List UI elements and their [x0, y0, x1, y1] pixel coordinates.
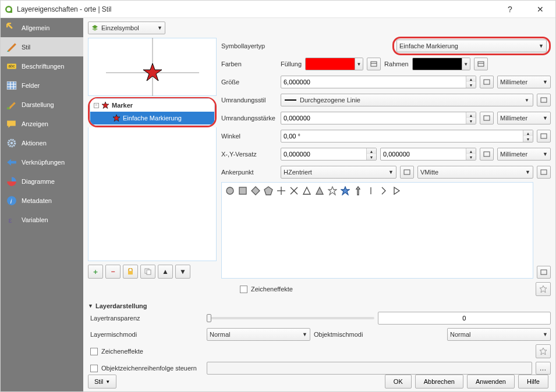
angle-input[interactable]: [281, 133, 523, 140]
offset-x-input[interactable]: [281, 151, 366, 158]
renderer-combo[interactable]: Einzelsymbol ▼: [88, 22, 165, 34]
anchor-v-combo[interactable]: VMitte▼: [417, 166, 533, 179]
fill-color-button[interactable]: ▼: [305, 58, 363, 70]
spin-up[interactable]: ▲: [367, 148, 376, 154]
brush-icon: [6, 42, 17, 52]
shape-diamond-icon[interactable]: [251, 186, 260, 195]
sidebar-item-variablen[interactable]: ε Variablen: [1, 210, 83, 229]
object-blend-combo[interactable]: Normal▼: [447, 328, 551, 341]
shape-circle-icon[interactable]: [225, 186, 235, 195]
order-more-button[interactable]: …: [536, 362, 551, 375]
transparency-slider[interactable]: [207, 317, 374, 319]
sidebar-item-diagramme[interactable]: Diagramme: [1, 172, 83, 191]
outline-width-input[interactable]: [281, 115, 466, 122]
lock-button[interactable]: [123, 265, 138, 279]
sidebar-item-verknuepfungen[interactable]: Verknüpfungen: [1, 152, 83, 172]
move-up-button[interactable]: ▲: [158, 265, 173, 279]
size-input[interactable]: [281, 79, 466, 85]
transparency-value[interactable]: [378, 312, 551, 325]
stil-menu-button[interactable]: Stil▼: [88, 375, 116, 389]
outline-width-spin[interactable]: ▲▼: [281, 112, 476, 124]
spin-down[interactable]: ▼: [466, 118, 476, 124]
data-defined-angle[interactable]: [537, 130, 551, 142]
shape-arrow-up-icon[interactable]: [353, 186, 363, 195]
shape-palette[interactable]: [221, 182, 533, 279]
shape-plus-icon[interactable]: [277, 186, 286, 195]
shape-star-outline-icon[interactable]: [328, 186, 337, 195]
sidebar-item-aktionen[interactable]: Aktionen: [1, 133, 83, 152]
layer-blend-combo[interactable]: Normal▼: [207, 328, 310, 341]
data-defined-offset[interactable]: [480, 148, 494, 161]
data-defined-anchor-v[interactable]: [537, 166, 551, 179]
close-button[interactable]: ✕: [529, 1, 552, 17]
offset-unit-combo[interactable]: Millimeter▼: [497, 148, 551, 161]
shape-square-icon[interactable]: [238, 186, 247, 195]
slider-handle[interactable]: [207, 314, 211, 322]
shape-vline-icon[interactable]: [366, 186, 376, 195]
shape-triangle-fill-icon[interactable]: [315, 186, 324, 195]
shape-star-selected-icon[interactable]: [341, 186, 350, 195]
data-defined-fill[interactable]: [367, 58, 381, 70]
order-expression-field[interactable]: [207, 362, 532, 375]
spin-down[interactable]: ▼: [523, 136, 533, 142]
data-defined-outline-style[interactable]: [537, 94, 551, 106]
add-layer-button[interactable]: ＋: [88, 265, 103, 279]
data-defined-shape[interactable]: [537, 266, 551, 279]
spin-up[interactable]: ▲: [466, 112, 476, 118]
help-button-bottom[interactable]: Hilfe: [518, 375, 548, 389]
shape-play-icon[interactable]: [392, 186, 401, 195]
help-button[interactable]: ?: [498, 1, 522, 17]
data-defined-outline-width[interactable]: [480, 112, 494, 124]
sidebar-item-darstellung[interactable]: Darstellung: [1, 95, 83, 114]
tree-item-simple-marker[interactable]: Einfache Markierung: [90, 112, 214, 124]
svg-rect-31: [541, 134, 547, 138]
data-defined-size[interactable]: [480, 76, 494, 88]
svg-point-35: [226, 187, 233, 194]
offset-y-spin[interactable]: ▲▼: [380, 148, 476, 161]
offset-y-input[interactable]: [381, 151, 466, 158]
sidebar-item-stil[interactable]: Stil: [1, 37, 83, 56]
spin-down[interactable]: ▼: [466, 154, 476, 160]
remove-layer-button[interactable]: −: [105, 265, 121, 279]
outline-width-unit-combo[interactable]: Millimeter▼: [497, 112, 551, 124]
move-down-button[interactable]: ▼: [175, 265, 190, 279]
spin-up[interactable]: ▲: [466, 76, 476, 82]
sidebar-item-anzeigen[interactable]: Anzeigen: [1, 114, 83, 133]
sidebar-item-label: Aktionen: [22, 140, 47, 147]
outline-style-combo[interactable]: Durchgezogene Linie ▼: [281, 94, 533, 106]
sidebar-item-metadaten[interactable]: i Metadaten: [1, 191, 83, 210]
control-order-checkbox[interactable]: [90, 365, 98, 372]
spin-down[interactable]: ▼: [367, 154, 376, 160]
shape-chevron-icon[interactable]: [379, 186, 388, 195]
layer-rendering-header[interactable]: ▼ Layerdarstellung: [88, 302, 551, 309]
angle-spin[interactable]: ▲▼: [281, 130, 533, 142]
sidebar-item-allgemein[interactable]: Allgemein: [1, 18, 83, 37]
cancel-button[interactable]: Abbrechen: [415, 375, 463, 389]
size-spin[interactable]: ▲▼: [281, 76, 476, 88]
shape-cross-icon[interactable]: [289, 186, 299, 195]
tree-root-marker[interactable]: − Marker: [90, 99, 214, 112]
offset-x-spin[interactable]: ▲▼: [281, 148, 377, 161]
spin-up[interactable]: ▲: [523, 130, 533, 136]
size-unit-combo[interactable]: Millimeter▼: [497, 76, 551, 88]
sidebar-item-beschriftungen[interactable]: abc Beschriftungen: [1, 56, 83, 76]
ok-button[interactable]: OK: [385, 375, 412, 389]
stroke-color-button[interactable]: ▼: [412, 58, 470, 70]
shape-pentagon-icon[interactable]: [264, 186, 273, 195]
layer-draw-effects-checkbox[interactable]: [90, 348, 98, 355]
data-defined-anchor-h[interactable]: [400, 166, 414, 179]
apply-button[interactable]: Anwenden: [467, 375, 515, 389]
sidebar-item-felder[interactable]: Felder: [1, 76, 83, 95]
spin-up[interactable]: ▲: [466, 148, 476, 154]
anchor-h-combo[interactable]: HZentriert▼: [281, 166, 396, 179]
spin-down[interactable]: ▼: [466, 82, 476, 88]
draw-effects-checkbox[interactable]: [240, 286, 247, 293]
layer-effects-config-button[interactable]: [536, 344, 551, 358]
symbol-layer-type-combo[interactable]: Einfache Markierung ▼: [396, 40, 547, 52]
data-defined-stroke[interactable]: [474, 58, 488, 70]
shape-triangle-outline-icon[interactable]: [302, 186, 311, 195]
effects-config-button[interactable]: [536, 282, 551, 296]
tree-item-label: Einfache Markierung: [123, 115, 182, 122]
collapse-icon[interactable]: −: [94, 103, 99, 108]
duplicate-button[interactable]: [140, 265, 155, 279]
